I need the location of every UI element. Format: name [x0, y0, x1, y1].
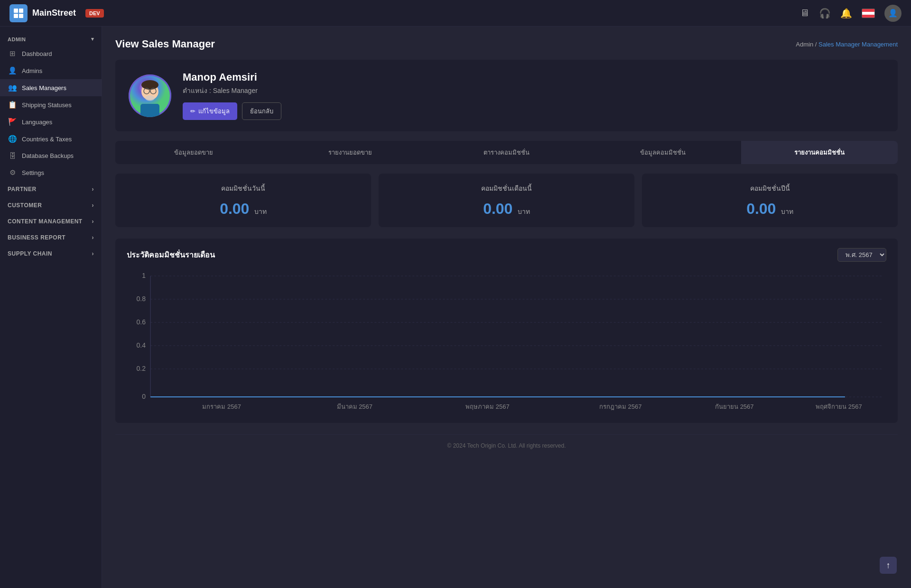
bell-icon[interactable]: 🔔 — [840, 8, 852, 19]
commission-year-value: 0.00 — [746, 200, 776, 217]
dev-badge: DEV — [85, 9, 104, 18]
svg-text:พฤษภาคม 2567: พฤษภาคม 2567 — [465, 403, 510, 410]
svg-text:กันยายน 2567: กันยายน 2567 — [715, 403, 754, 410]
commission-month-value: 0.00 — [483, 200, 512, 217]
commission-cards: คอมมิชชั่นวันนี้ 0.00 บาท คอมมิชชั่นเดือ… — [115, 174, 898, 227]
profile-role: ตำแหน่ง : Sales Manager — [183, 85, 884, 96]
countries-icon: 🌐 — [8, 135, 17, 143]
partner-section-header[interactable]: PARTNER › — [0, 181, 102, 197]
sidebar-item-admins[interactable]: 👤 Admins — [0, 62, 102, 79]
tab-sales-info[interactable]: ข้อมูลยอดขาย — [115, 141, 272, 164]
chart-svg: 1 0.8 0.6 0.4 0.2 0 มกราคม 2567 มีนาคม 2… — [127, 271, 886, 413]
topnav: MainStreet DEV 🖥 🎧 🔔 👤 — [0, 0, 911, 27]
commission-today-value: 0.00 — [220, 200, 249, 217]
breadcrumb: Admin / Sales Manager Management — [796, 41, 898, 48]
svg-text:0.6: 0.6 — [137, 318, 146, 326]
profile-actions: ✏ แก้ไขข้อมูล ย้อนกลับ — [183, 102, 884, 120]
sidebar-item-sales-managers[interactable]: 👥 Sales Managers — [0, 79, 102, 96]
topnav-right: 🖥 🎧 🔔 👤 — [800, 5, 902, 22]
chart-year-select[interactable]: พ.ศ. 2565พ.ศ. 2566พ.ศ. 2567 — [837, 248, 886, 262]
svg-text:1: 1 — [142, 272, 146, 279]
main-content: View Sales Manager Admin / Sales Manager… — [102, 27, 911, 588]
svg-text:0.2: 0.2 — [137, 365, 146, 372]
svg-text:มกราคม 2567: มกราคม 2567 — [202, 403, 241, 410]
supply-chevron-icon: › — [92, 250, 94, 257]
svg-text:0.4: 0.4 — [137, 341, 146, 349]
monitor-icon[interactable]: 🖥 — [800, 8, 809, 18]
svg-text:0.8: 0.8 — [137, 295, 146, 303]
sidebar-item-shipping-statuses[interactable]: 📋 Shipping Statuses — [0, 96, 102, 113]
sidebar-item-countries-taxes[interactable]: 🌐 Countries & Taxes — [0, 130, 102, 147]
profile-name: Manop Aemsiri — [183, 71, 884, 83]
page-title: View Sales Manager — [115, 38, 215, 50]
svg-rect-11 — [140, 104, 159, 117]
commission-month-title: คอมมิชชั่นเดือนนี้ — [390, 183, 623, 193]
customer-chevron-icon: › — [92, 202, 94, 209]
tabs-bar: ข้อมูลยอดขาย รายงานยอดขาย ตารางคอมมิชชั่… — [115, 141, 898, 164]
business-report-section-header[interactable]: BUSINESS REPORT › — [0, 230, 102, 246]
chart-header: ประวัติคอมมิชชั่นรายเดือน พ.ศ. 2565พ.ศ. … — [127, 248, 886, 262]
svg-point-7 — [141, 80, 158, 90]
headset-icon[interactable]: 🎧 — [819, 8, 831, 19]
sidebar-item-dashboard[interactable]: ⊞ Dashboard — [0, 45, 102, 62]
breadcrumb-current[interactable]: Sales Manager Management — [818, 41, 898, 48]
page-header: View Sales Manager Admin / Sales Manager… — [115, 38, 898, 50]
content-chevron-icon: › — [92, 218, 94, 225]
svg-text:พฤศจิกายน 2567: พฤศจิกายน 2567 — [816, 403, 862, 410]
edit-icon: ✏ — [190, 108, 195, 115]
logo-area: MainStreet DEV — [9, 4, 104, 22]
tab-sales-report[interactable]: รายงานยอดขาย — [272, 141, 428, 164]
admin-section-header[interactable]: ADMIN ▾ — [0, 31, 102, 45]
content-management-section-header[interactable]: CONTENT MANAGEMENT › — [0, 213, 102, 230]
svg-text:มีนาคม 2567: มีนาคม 2567 — [337, 403, 373, 410]
commission-year-unit: บาท — [781, 208, 793, 215]
svg-text:กรกฎาคม 2567: กรกฎาคม 2567 — [599, 403, 642, 410]
layout: ADMIN ▾ ⊞ Dashboard 👤 Admins 👥 Sales Man… — [0, 27, 911, 588]
svg-text:0: 0 — [142, 393, 146, 400]
svg-rect-0 — [14, 9, 18, 13]
sidebar-item-settings[interactable]: ⚙ Settings — [0, 164, 102, 181]
business-chevron-icon: › — [92, 234, 94, 241]
tab-commission-report[interactable]: รายงานคอมมิชชั่น — [741, 141, 898, 164]
profile-avatar — [129, 74, 171, 117]
sidebar: ADMIN ▾ ⊞ Dashboard 👤 Admins 👥 Sales Man… — [0, 27, 102, 588]
logo-text: MainStreet — [32, 8, 76, 18]
shipping-icon: 📋 — [8, 101, 17, 109]
svg-rect-1 — [19, 9, 23, 13]
sales-managers-icon: 👥 — [8, 83, 17, 92]
user-avatar[interactable]: 👤 — [884, 5, 902, 22]
commission-today-unit: บาท — [254, 208, 267, 215]
sidebar-item-languages[interactable]: 🚩 Languages — [0, 113, 102, 130]
back-button[interactable]: ย้อนกลับ — [242, 102, 281, 120]
tab-commission-info[interactable]: ข้อมูลคอมมิชชั่น — [585, 141, 741, 164]
chart-section: ประวัติคอมมิชชั่นรายเดือน พ.ศ. 2565พ.ศ. … — [115, 239, 898, 423]
commission-card-today: คอมมิชชั่นวันนี้ 0.00 บาท — [115, 174, 371, 227]
svg-rect-2 — [14, 14, 18, 18]
supply-chain-section-header[interactable]: SUPPLY CHAIN › — [0, 246, 102, 262]
partner-chevron-icon: › — [92, 186, 94, 193]
chart-area: 1 0.8 0.6 0.4 0.2 0 มกราคม 2567 มีนาคม 2… — [127, 271, 886, 413]
commission-month-unit: บาท — [518, 208, 530, 215]
svg-point-12 — [145, 95, 155, 101]
tab-commission-table[interactable]: ตารางคอมมิชชั่น — [428, 141, 585, 164]
sidebar-item-database-backups[interactable]: 🗄 Database Backups — [0, 147, 102, 164]
svg-rect-3 — [19, 14, 23, 18]
settings-icon: ⚙ — [8, 168, 17, 177]
commission-card-year: คอมมิชชั่นปีนี้ 0.00 บาท — [642, 174, 898, 227]
profile-card: Manop Aemsiri ตำแหน่ง : Sales Manager ✏ … — [115, 60, 898, 131]
footer: © 2024 Tech Origin Co. Ltd. All rights r… — [115, 434, 898, 457]
commission-year-title: คอมมิชชั่นปีนี้ — [653, 183, 886, 193]
commission-card-month: คอมมิชชั่นเดือนนี้ 0.00 บาท — [379, 174, 634, 227]
chart-title: ประวัติคอมมิชชั่นรายเดือน — [127, 249, 215, 261]
logo-icon — [9, 4, 28, 22]
customer-section-header[interactable]: CUSTOMER › — [0, 197, 102, 213]
commission-today-title: คอมมิชชั่นวันนี้ — [127, 183, 360, 193]
dashboard-icon: ⊞ — [8, 49, 17, 58]
languages-icon: 🚩 — [8, 118, 17, 126]
edit-button[interactable]: ✏ แก้ไขข้อมูล — [183, 102, 237, 120]
scroll-to-top-button[interactable]: ↑ — [880, 557, 897, 574]
admin-chevron-icon: ▾ — [91, 36, 94, 42]
admins-icon: 👤 — [8, 66, 17, 75]
profile-info: Manop Aemsiri ตำแหน่ง : Sales Manager ✏ … — [183, 71, 884, 120]
language-flag[interactable] — [862, 9, 875, 18]
